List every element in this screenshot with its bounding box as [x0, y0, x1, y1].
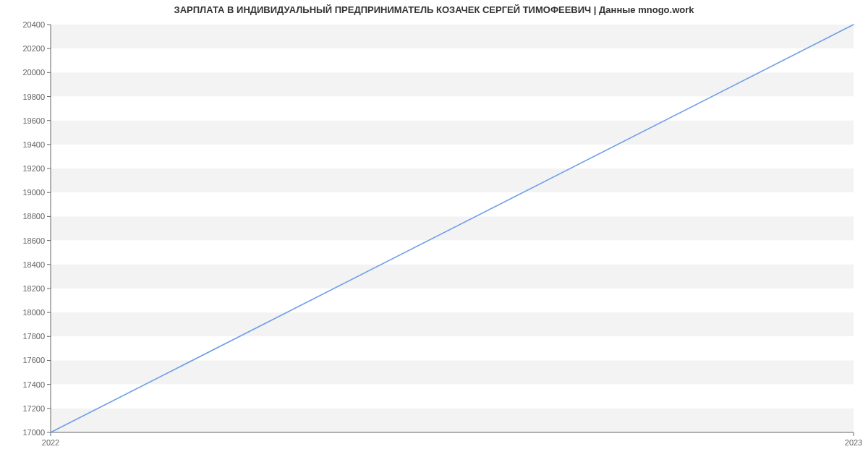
svg-rect-12 [51, 312, 854, 336]
svg-rect-15 [51, 385, 854, 409]
svg-rect-2 [51, 72, 854, 96]
y-tick-label: 17200 [1, 404, 45, 413]
y-tick-label: 18600 [1, 236, 45, 245]
svg-rect-16 [51, 409, 854, 432]
svg-rect-14 [51, 360, 854, 384]
y-tick-label: 19200 [1, 164, 45, 173]
y-tick-label: 20200 [1, 44, 45, 53]
svg-rect-11 [51, 289, 854, 312]
y-tick-label: 18000 [1, 308, 45, 317]
chart-svg [51, 25, 854, 432]
x-tick-label: 2022 [42, 438, 59, 447]
y-tick-label: 19800 [1, 93, 45, 101]
y-tick-label: 19600 [1, 116, 45, 125]
svg-rect-9 [51, 241, 854, 265]
y-tick-label: 17800 [1, 332, 45, 341]
plot-area [51, 25, 854, 432]
svg-rect-4 [51, 121, 854, 145]
chart-title: ЗАРПЛАТА В ИНДИВИДУАЛЬНЫЙ ПРЕДПРИНИМАТЕЛ… [0, 4, 868, 15]
svg-rect-6 [51, 168, 854, 192]
svg-rect-7 [51, 192, 854, 216]
y-tick-label: 18800 [1, 212, 45, 221]
y-tick-label: 17000 [1, 428, 45, 437]
svg-rect-10 [51, 265, 854, 289]
y-tick-label: 20000 [1, 68, 45, 77]
svg-rect-3 [51, 97, 854, 121]
y-tick-label: 18400 [1, 260, 45, 269]
y-tick-label: 19000 [1, 188, 45, 197]
svg-rect-0 [51, 25, 854, 48]
x-tick-label: 2023 [845, 438, 862, 447]
y-tick-label: 20400 [1, 20, 45, 29]
y-tick-label: 19400 [1, 140, 45, 149]
svg-rect-5 [51, 145, 854, 168]
y-tick-label: 17600 [1, 356, 45, 364]
y-tick-label: 18200 [1, 284, 45, 293]
y-tick-label: 17400 [1, 380, 45, 389]
svg-rect-13 [51, 336, 854, 360]
chart-container: ЗАРПЛАТА В ИНДИВИДУАЛЬНЫЙ ПРЕДПРИНИМАТЕЛ… [0, 0, 868, 470]
svg-rect-1 [51, 48, 854, 72]
